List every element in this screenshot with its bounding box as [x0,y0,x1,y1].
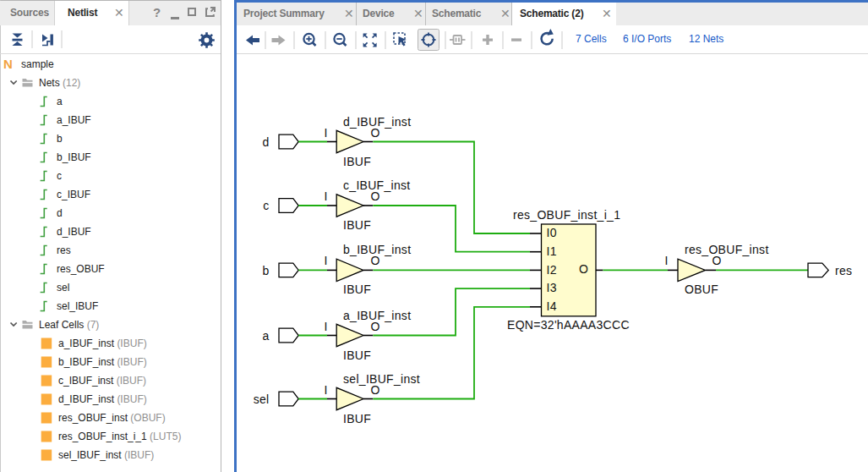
svg-text:a_IBUF_inst: a_IBUF_inst [343,309,411,322]
svg-text:res_OBUF_inst: res_OBUF_inst [685,243,769,256]
svg-text:d_IBUF_inst: d_IBUF_inst [343,115,411,129]
svg-text:IBUF: IBUF [343,412,371,425]
svg-text:d: d [262,135,269,149]
svg-text:sel_IBUF_inst: sel_IBUF_inst [343,372,420,386]
svg-text:c_IBUF_inst: c_IBUF_inst [343,178,411,192]
svg-text:IBUF: IBUF [343,349,371,362]
svg-text:I4: I4 [547,299,557,313]
svg-text:res_OBUF_inst_i_1: res_OBUF_inst_i_1 [513,208,620,222]
svg-text:EQN=32'hAAAA3CCC: EQN=32'hAAAA3CCC [507,318,630,332]
svg-text:I: I [325,254,328,267]
svg-text:O: O [579,262,588,276]
svg-text:I0: I0 [547,226,557,239]
svg-text:I: I [325,189,328,203]
svg-text:I: I [325,126,328,140]
svg-text:I1: I1 [547,244,557,258]
svg-text:I: I [325,383,328,397]
svg-text:a: a [262,329,269,343]
svg-text:I: I [325,320,328,333]
svg-text:I2: I2 [547,263,557,277]
svg-text:IBUF: IBUF [343,218,371,232]
svg-text:c: c [263,199,269,212]
svg-text:I3: I3 [547,281,557,294]
svg-text:IBUF: IBUF [343,155,371,168]
svg-text:b: b [262,264,269,277]
svg-text:IBUF: IBUF [343,283,371,296]
svg-text:res: res [835,264,852,277]
svg-text:sel: sel [254,392,270,406]
svg-text:OBUF: OBUF [685,283,718,296]
svg-text:b_IBUF_inst: b_IBUF_inst [343,243,411,256]
svg-text:I: I [664,254,668,267]
